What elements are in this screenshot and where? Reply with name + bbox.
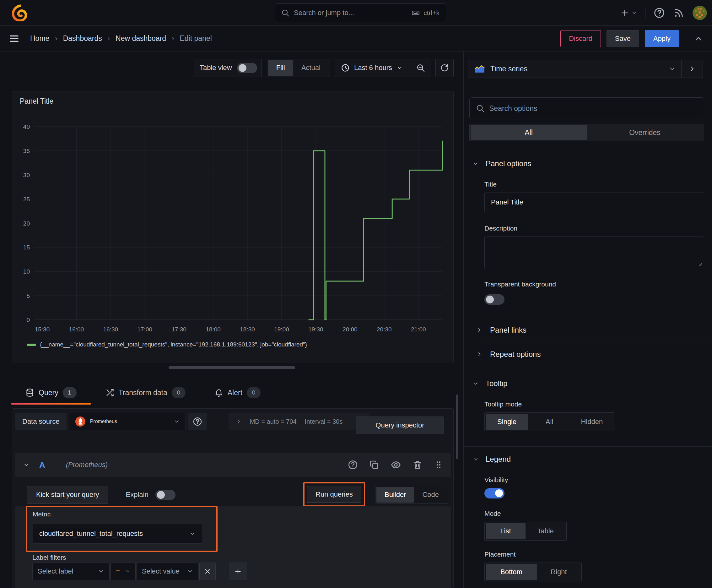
scrollbar-thumb[interactable]: [456, 395, 458, 459]
apply-button[interactable]: Apply: [645, 30, 679, 47]
table-view-label: Table view: [194, 64, 237, 72]
add-filter-button[interactable]: [229, 563, 247, 580]
run-queries-button[interactable]: Run queries: [307, 486, 361, 503]
placement-bottom-option[interactable]: Bottom: [486, 564, 537, 580]
panel-resize-handle[interactable]: [169, 366, 295, 369]
global-search-input[interactable]: [294, 9, 411, 17]
time-range-picker[interactable]: Last 6 hours: [335, 59, 430, 77]
code-option[interactable]: Code: [414, 487, 447, 503]
panel-title: Panel Title: [20, 97, 53, 106]
query-row-actions: [348, 460, 443, 470]
query-inspector-button[interactable]: Query inspector: [356, 417, 444, 434]
explain-toggle[interactable]: [155, 490, 175, 500]
resize-grip-icon[interactable]: [697, 261, 703, 267]
visualization-select[interactable]: Time series: [468, 60, 681, 78]
menu-button[interactable]: [9, 33, 19, 44]
hide-query-icon[interactable]: [390, 460, 401, 470]
legend-series-name[interactable]: {__name__="cloudflared_tunnel_total_requ…: [40, 341, 307, 348]
builder-option[interactable]: Builder: [376, 487, 414, 503]
drag-query-icon[interactable]: [434, 460, 443, 469]
query-options-summary[interactable]: MD = auto = 704 Interval = 30s: [229, 413, 370, 430]
placement-right-option[interactable]: Right: [537, 564, 580, 580]
refresh-button[interactable]: [435, 59, 454, 77]
panel-actions: Discard Save Apply: [560, 30, 703, 47]
discard-button[interactable]: Discard: [560, 30, 601, 47]
active-tab-underline: [11, 403, 91, 404]
chevron-down-icon: [631, 10, 637, 16]
description-textarea[interactable]: [484, 236, 704, 269]
top-nav-right: [620, 0, 707, 26]
operator-value: =: [116, 567, 120, 575]
query-help-icon[interactable]: [348, 460, 358, 470]
plus-icon: [620, 8, 629, 18]
tab-alert[interactable]: Alert 0: [200, 381, 275, 404]
collapse-options-icon[interactable]: [694, 34, 703, 43]
tab-transform[interactable]: Transform data 0: [91, 381, 200, 404]
select-value-dropdown[interactable]: Select value: [136, 563, 198, 580]
metric-select[interactable]: cloudflared_tunnel_total_requests: [33, 524, 202, 544]
transparent-background-label: Transparent background: [484, 280, 704, 288]
remove-filter-button[interactable]: [199, 563, 216, 580]
user-avatar[interactable]: [693, 6, 707, 20]
save-button[interactable]: Save: [606, 30, 639, 47]
options-search-input[interactable]: [489, 104, 697, 113]
tooltip-all-option[interactable]: All: [528, 414, 570, 430]
data-source-name: Prometheus: [90, 419, 117, 424]
breadcrumb-new-dashboard[interactable]: New dashboard: [115, 34, 166, 43]
legend-header[interactable]: Legend: [464, 447, 712, 467]
panel-options-header[interactable]: Panel options: [464, 151, 712, 171]
label-filters-row: Select label = Select value: [33, 563, 247, 580]
query-toolbar: Kick start your query Explain Run querie…: [15, 485, 451, 504]
query-ref-id[interactable]: A: [39, 460, 45, 470]
grafana-logo[interactable]: [11, 4, 28, 21]
kickstart-button[interactable]: Kick start your query: [27, 486, 108, 504]
breadcrumb-dashboards[interactable]: Dashboards: [63, 34, 102, 43]
legend-visibility-toggle[interactable]: [484, 488, 504, 499]
data-source-picker[interactable]: Prometheus: [69, 413, 186, 430]
run-queries-highlight: Run queries: [303, 482, 365, 507]
legend-placement-group: Bottom Right: [484, 563, 582, 582]
chevron-down-icon: [174, 418, 180, 425]
fill-actual-group: Fill Actual: [267, 59, 330, 77]
fill-option[interactable]: Fill: [268, 60, 293, 76]
builder-code-group: Builder Code: [375, 486, 448, 504]
options-search[interactable]: [469, 97, 704, 119]
data-source-help-button[interactable]: [188, 413, 207, 430]
add-button[interactable]: [620, 8, 637, 18]
panel-links-section[interactable]: Panel links: [476, 318, 712, 342]
global-search[interactable]: ctrl+k: [275, 3, 446, 22]
duplicate-query-icon[interactable]: [369, 460, 379, 470]
tooltip-header[interactable]: Tooltip: [464, 371, 712, 391]
toggle-viz-picker-button[interactable]: [681, 60, 703, 78]
legend-mode-group: List Table: [484, 522, 567, 541]
help-icon[interactable]: [654, 7, 665, 19]
svg-text:19:30: 19:30: [308, 326, 323, 333]
legend-list-option[interactable]: List: [486, 523, 525, 539]
news-icon[interactable]: [673, 7, 684, 19]
delete-query-icon[interactable]: [412, 460, 423, 470]
panel-title-input[interactable]: [484, 192, 704, 212]
table-view-toggle[interactable]: [237, 63, 257, 73]
tooltip-hidden-option[interactable]: Hidden: [571, 414, 613, 430]
tab-query[interactable]: Query 1: [11, 381, 91, 404]
select-label-dropdown[interactable]: Select label: [33, 563, 110, 580]
legend-swatch[interactable]: [27, 344, 36, 346]
interval: Interval = 30s: [305, 418, 343, 425]
breadcrumb-home[interactable]: Home: [30, 34, 49, 43]
actual-option[interactable]: Actual: [293, 60, 329, 76]
query-builder: Metric cloudflared_tunnel_total_requests…: [15, 506, 451, 588]
legend-table-option[interactable]: Table: [525, 523, 565, 539]
collapse-query-icon[interactable]: [23, 461, 30, 468]
zoom-out-button[interactable]: [411, 59, 430, 77]
tab-all[interactable]: All: [471, 125, 587, 140]
operator-dropdown[interactable]: =: [110, 563, 136, 580]
database-icon: [25, 388, 34, 397]
keyboard-icon: [411, 9, 420, 17]
transparent-background-toggle[interactable]: [484, 294, 504, 305]
time-series-chart[interactable]: 051015202530354015:3016:0016:3017:0017:3…: [12, 117, 453, 336]
tooltip-single-option[interactable]: Single: [486, 414, 528, 430]
tab-overrides[interactable]: Overrides: [587, 125, 703, 140]
svg-text:20: 20: [23, 220, 30, 227]
repeat-options-section[interactable]: Repeat options: [476, 342, 712, 366]
chevron-right-icon: [476, 327, 482, 333]
